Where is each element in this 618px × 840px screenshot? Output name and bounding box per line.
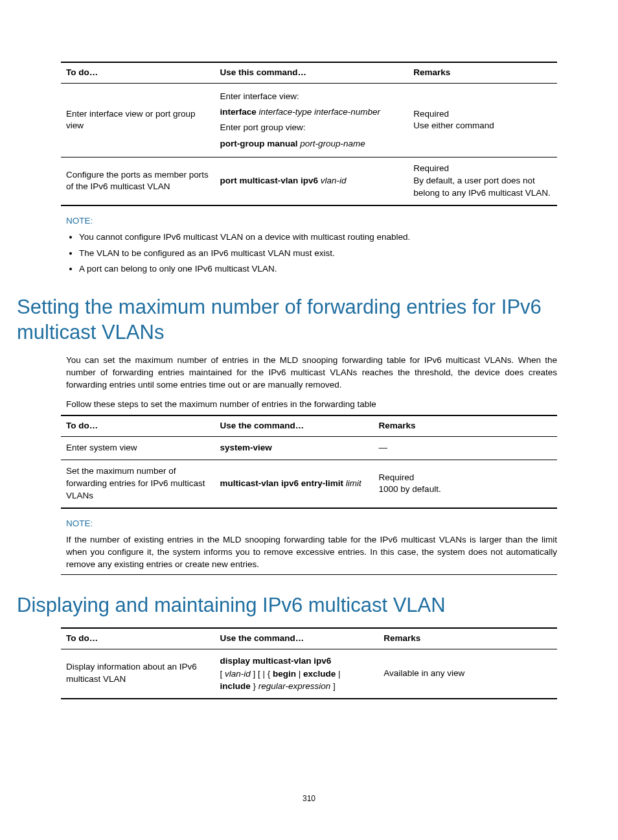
t2-header-cmd: Use the command… (214, 415, 373, 436)
note1-heading: NOTE: (66, 215, 557, 228)
heading-displaying: Displaying and maintaining IPv6 multicas… (17, 593, 557, 618)
t1-header-remarks: Remarks (408, 62, 557, 83)
t1-r1-cmd: Enter interface view: interface interfac… (214, 83, 408, 157)
note1-item: A port can belong to only one IPv6 multi… (79, 263, 557, 275)
t2-header-todo: To do… (61, 415, 214, 436)
note2-rule (61, 574, 557, 575)
t1-r1-remarks: Required Use either command (408, 83, 557, 157)
config-ports-table: To do… Use this command… Remarks Enter i… (61, 62, 557, 206)
t3-header-todo: To do… (61, 628, 214, 649)
para-setting: You can set the maximum number of entrie… (66, 355, 557, 391)
t3-header-remarks: Remarks (378, 628, 557, 649)
t2-r2-cmd: multicast-vlan ipv6 entry-limit limit (214, 460, 373, 508)
t2-r2-todo: Set the maximum number of forwarding ent… (61, 460, 214, 508)
t1-r2-remarks: Required By default, a user port does no… (408, 158, 557, 205)
note2-text: If the number of existing entries in the… (66, 534, 557, 571)
t3-r1-todo: Display information about an IPv6 multic… (61, 649, 214, 699)
entry-limit-table: To do… Use the command… Remarks Enter sy… (61, 415, 557, 508)
lead-setting: Follow these steps to set the maximum nu… (66, 399, 557, 411)
t3-header-cmd: Use the command… (214, 628, 378, 649)
t2-r1-todo: Enter system view (61, 437, 214, 460)
t1-r1-todo: Enter interface view or port group view (61, 83, 214, 157)
display-table: To do… Use the command… Remarks Display … (61, 627, 557, 699)
t1-r2-todo: Configure the ports as member ports of t… (61, 158, 214, 205)
page-number: 310 (0, 793, 618, 804)
note2-heading: NOTE: (66, 518, 557, 530)
note1-list: You cannot configure IPv6 multicast VLAN… (79, 231, 557, 276)
t2-r1-remarks: — (374, 437, 557, 460)
note1-item: You cannot configure IPv6 multicast VLAN… (79, 231, 557, 244)
t3-r1-remarks: Available in any view (378, 649, 557, 699)
heading-setting-max: Setting the maximum number of forwarding… (17, 295, 564, 345)
t2-header-remarks: Remarks (374, 415, 557, 436)
t2-r1-cmd: system-view (214, 437, 373, 460)
t1-header-todo: To do… (61, 62, 214, 83)
t1-r2-cmd: port multicast-vlan ipv6 vlan-id (214, 158, 408, 205)
t1-header-cmd: Use this command… (214, 62, 408, 83)
t3-r1-cmd: display multicast-vlan ipv6 [ vlan-id ] … (214, 649, 378, 699)
t2-r2-remarks: Required 1000 by default. (374, 460, 557, 508)
note1-item: The VLAN to be configured as an IPv6 mul… (79, 248, 557, 260)
